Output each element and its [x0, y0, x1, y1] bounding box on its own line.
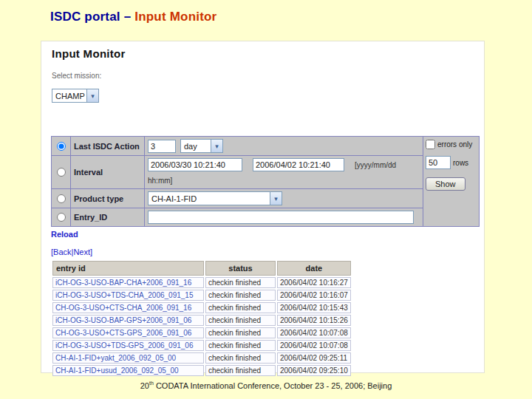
column-header-status[interactable]: status	[205, 261, 276, 276]
date-cell: 2006/04/02 09:25:10	[277, 365, 351, 376]
entry-id-cell[interactable]: CH-AI-1-FID+usud_2006_092_05_00	[52, 365, 204, 376]
table-row: iCH-OG-3-USO-BAP-GPS+2006_091_06checkin …	[52, 315, 351, 326]
column-header-entry-id[interactable]: entry id	[52, 261, 204, 276]
product-type-label-cell: Product type	[71, 189, 145, 208]
chevron-down-icon[interactable]: ▾	[86, 89, 98, 102]
interval-to-input[interactable]	[253, 158, 344, 171]
last-action-label-cell: Last ISDC Action	[71, 137, 145, 156]
slide-title-prefix: ISDC portal –	[50, 10, 134, 24]
table-row: CH-AI-1-FID+yakt_2006_092_05_00checkin f…	[52, 352, 351, 364]
status-cell: checkin finished	[205, 340, 276, 351]
errors-only-label: errors only	[437, 140, 472, 149]
errors-only-checkbox[interactable]	[426, 140, 435, 149]
product-type-value: CH-AI-1-FID	[149, 194, 270, 203]
product-type-select[interactable]: CH-AI-1-FID ▾	[148, 191, 282, 205]
product-type-controls: CH-AI-1-FID ▾	[145, 189, 423, 208]
chevron-down-icon[interactable]: ▾	[270, 192, 282, 205]
date-cell: 2006/04/02 10:07:08	[277, 340, 351, 351]
slide-title: ISDC portal – Input Monitor	[50, 10, 216, 24]
interval-radio-cell	[52, 156, 71, 189]
status-cell: checkin finished	[205, 352, 276, 364]
status-cell: checkin finished	[205, 290, 276, 301]
entry-id-radio-cell	[52, 208, 71, 226]
footer-text: CODATA International Conference, October…	[154, 381, 392, 390]
status-cell: checkin finished	[205, 327, 276, 338]
column-header-date[interactable]: date	[277, 261, 351, 276]
table-row: iCH-OG-3-USO+TDS-CHA_2006_091_15checkin …	[52, 290, 351, 301]
entry-id-cell[interactable]: CH-OG-3-USO+CTS-GPS_2006_091_06	[52, 327, 204, 338]
date-cell: 2006/04/02 09:25:11	[277, 352, 351, 364]
interval-radio[interactable]	[57, 168, 66, 177]
content-panel: Input Monitor Select mission: CHAMP ▾ La…	[41, 41, 485, 373]
last-action-controls: day ▾	[145, 137, 423, 156]
date-cell: 2006/04/02 10:16:07	[277, 290, 351, 301]
last-action-radio[interactable]	[57, 142, 66, 151]
results-header-row: entry id status date	[52, 261, 351, 276]
table-row: CH-AI-1-FID+usud_2006_092_05_00checkin f…	[52, 365, 351, 376]
next-link[interactable]: Next	[73, 248, 90, 256]
filter-form: Last ISDC Action day ▾ errors only rows	[51, 136, 480, 227]
interval-format-hint-2: hh:mm]	[148, 177, 172, 185]
entry-id-cell[interactable]: iCH-OG-3-USO-BAP-GPS+2006_091_06	[52, 315, 204, 326]
mission-label: Select mission:	[52, 72, 101, 80]
back-link[interactable]: Back	[53, 248, 71, 256]
entry-id-label: Entry_ID	[74, 213, 107, 222]
result-options-panel: errors only rows Show	[423, 137, 479, 226]
entry-id-cell[interactable]: iCH-OG-3-USO+TDS-GPS_2006_091_06	[52, 340, 204, 351]
last-action-unit-value: day	[181, 142, 211, 151]
entry-id-cell[interactable]: iCH-OG-3-USO-BAP-CHA+2006_091_16	[52, 277, 204, 288]
entry-id-cell[interactable]: CH-OG-3-USO+CTS-CHA_2006_091_16	[52, 302, 204, 313]
table-row: iCH-OG-3-USO+TDS-GPS_2006_091_06checkin …	[52, 340, 351, 351]
interval-label-cell: Interval	[71, 156, 145, 189]
status-cell: checkin finished	[205, 277, 276, 288]
status-cell: checkin finished	[205, 365, 276, 376]
interval-label: Interval	[74, 168, 103, 177]
entry-id-input[interactable]	[148, 211, 414, 224]
entry-id-cell[interactable]: iCH-OG-3-USO+TDS-CHA_2006_091_15	[52, 290, 204, 301]
interval-format-hint: [yyyy/mm/dd	[355, 161, 396, 169]
date-cell: 2006/04/02 10:16:27	[277, 277, 351, 288]
status-cell: checkin finished	[205, 315, 276, 326]
mission-select-value: CHAMP	[52, 92, 86, 100]
pager: [Back|Next]	[51, 248, 92, 256]
rows-label: rows	[453, 159, 468, 167]
product-type-label: Product type	[74, 194, 123, 203]
date-cell: 2006/04/02 10:15:43	[277, 302, 351, 313]
entry-id-controls	[145, 208, 423, 226]
product-type-radio[interactable]	[57, 194, 66, 203]
table-row: CH-OG-3-USO+CTS-GPS_2006_091_06checkin f…	[52, 327, 351, 338]
pager-close-bracket: ]	[90, 248, 92, 256]
date-cell: 2006/04/02 10:07:08	[277, 327, 351, 338]
show-button[interactable]: Show	[426, 177, 466, 191]
slide-title-highlight: Input Monitor	[134, 10, 216, 24]
last-action-label: Last ISDC Action	[74, 142, 140, 151]
page-heading: Input Monitor	[52, 47, 126, 60]
table-row: CH-OG-3-USO+CTS-CHA_2006_091_16checkin f…	[52, 302, 351, 313]
status-cell: checkin finished	[205, 302, 276, 313]
slide: ISDC portal – Input Monitor Input Monito…	[0, 0, 532, 399]
chevron-down-icon[interactable]: ▾	[211, 140, 222, 152]
last-action-value-input[interactable]	[148, 140, 176, 153]
rows-count-input[interactable]	[426, 156, 451, 169]
entry-id-label-cell: Entry_ID	[71, 208, 145, 226]
results-body: iCH-OG-3-USO-BAP-CHA+2006_091_16checkin …	[52, 277, 351, 376]
last-action-unit-select[interactable]: day ▾	[180, 139, 223, 153]
interval-from-input[interactable]	[148, 158, 242, 171]
table-row: iCH-OG-3-USO-BAP-CHA+2006_091_16checkin …	[52, 277, 351, 288]
entry-id-cell[interactable]: CH-AI-1-FID+yakt_2006_092_05_00	[52, 352, 204, 364]
reload-link[interactable]: Reload	[51, 230, 78, 239]
date-cell: 2006/04/02 10:15:26	[277, 315, 351, 326]
product-type-radio-cell	[52, 189, 71, 208]
slide-footer: 20th CODATA International Conference, Oc…	[0, 381, 532, 390]
entry-id-radio[interactable]	[57, 213, 66, 222]
results-table: entry id status date iCH-OG-3-USO-BAP-CH…	[51, 259, 352, 378]
footer-prefix: 20	[140, 381, 149, 390]
interval-controls: [yyyy/mm/dd hh:mm]	[145, 156, 423, 189]
reload-link-wrap: Reload	[51, 230, 78, 239]
mission-select[interactable]: CHAMP ▾	[52, 89, 99, 103]
last-action-radio-cell	[52, 137, 71, 156]
